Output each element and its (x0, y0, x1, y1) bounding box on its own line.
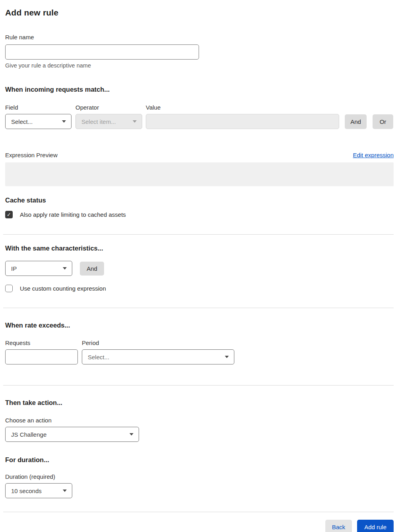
value-input (146, 114, 339, 129)
operator-select: Select item... (75, 114, 142, 129)
match-labels-row: Field Operator Value (5, 104, 394, 111)
add-rule-button[interactable]: Add rule (357, 520, 394, 532)
divider (3, 512, 394, 512)
period-select-value: Select... (88, 354, 109, 360)
divider (3, 385, 394, 386)
requests-input[interactable] (5, 349, 78, 364)
duration-select[interactable]: 10 seconds (5, 483, 72, 498)
action-select-value: JS Challenge (11, 431, 46, 438)
characteristic-select[interactable]: IP (5, 261, 72, 276)
operator-label: Operator (75, 104, 146, 111)
add-rule-form: Add new rule Rule name Give your rule a … (0, 0, 398, 532)
duration-label: Duration (required) (5, 473, 394, 480)
cached-assets-checkbox[interactable]: ✓ (5, 211, 13, 218)
expression-preview-box (5, 162, 394, 186)
expression-preview-header: Expression Preview Edit expression (5, 152, 394, 158)
field-label: Field (5, 104, 75, 111)
field-select[interactable]: Select... (5, 114, 71, 129)
counting-expression-row: Use custom counting expression (5, 285, 394, 292)
duration-heading: For duration... (5, 456, 394, 464)
period-select[interactable]: Select... (82, 349, 234, 364)
cached-assets-checkbox-label: Also apply rate limiting to cached asset… (20, 211, 126, 218)
rate-inputs-row: Select... (5, 349, 394, 364)
characteristics-and-button[interactable]: And (80, 262, 104, 276)
rule-name-help: Give your rule a descriptive name (5, 62, 394, 69)
edit-expression-link[interactable]: Edit expression (353, 152, 394, 158)
field-select-value: Select... (11, 118, 33, 125)
action-select[interactable]: JS Challenge (5, 427, 139, 442)
duration-select-value: 10 seconds (11, 488, 42, 494)
checkmark-icon: ✓ (7, 212, 11, 217)
characteristics-row: IP And (5, 261, 394, 276)
back-button[interactable]: Back (325, 520, 352, 532)
custom-counting-checkbox[interactable] (5, 285, 13, 292)
divider (3, 234, 394, 235)
chevron-down-icon (62, 120, 66, 123)
cache-checkbox-row: ✓ Also apply rate limiting to cached ass… (5, 211, 394, 218)
rate-heading: When rate exceeds... (5, 322, 394, 329)
chevron-down-icon (63, 267, 67, 270)
chevron-down-icon (133, 120, 137, 123)
or-button[interactable]: Or (373, 114, 393, 129)
and-button[interactable]: And (345, 114, 367, 129)
cache-status-heading: Cache status (5, 197, 394, 204)
match-expression-row: Select... Select item... And Or (5, 114, 394, 129)
chevron-down-icon (63, 490, 67, 492)
characteristics-heading: With the same characteristics... (5, 245, 394, 252)
value-label: Value (146, 104, 160, 111)
rate-labels-row: Requests Period (5, 339, 394, 346)
divider (3, 308, 394, 308)
footer-actions: Back Add rule (5, 520, 394, 532)
period-label: Period (82, 339, 99, 346)
rule-name-label: Rule name (5, 34, 394, 40)
action-heading: Then take action... (5, 399, 394, 407)
operator-select-value: Select item... (81, 118, 116, 125)
chevron-down-icon (225, 356, 229, 358)
chevron-down-icon (129, 433, 133, 436)
characteristic-select-value: IP (11, 265, 17, 272)
rule-name-input[interactable] (5, 44, 199, 60)
rule-name-group: Rule name Give your rule a descriptive n… (5, 34, 394, 69)
page-title: Add new rule (5, 8, 394, 17)
expression-preview-label: Expression Preview (5, 152, 58, 158)
custom-counting-checkbox-label: Use custom counting expression (20, 285, 106, 292)
choose-action-label: Choose an action (5, 417, 394, 424)
requests-label: Requests (5, 339, 82, 346)
match-section-heading: When incoming requests match... (5, 86, 394, 93)
